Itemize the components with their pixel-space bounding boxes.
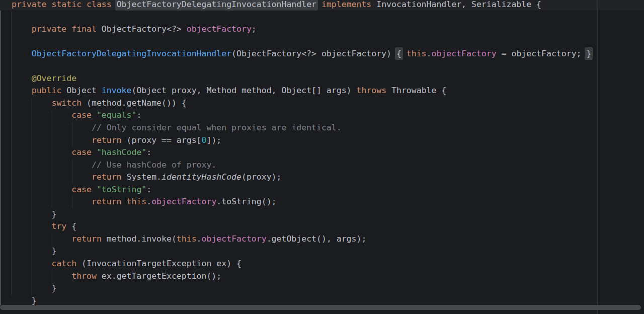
code-editor[interactable]: private static class ObjectFactoryDelega… — [0, 0, 644, 314]
code-line: private final ObjectFactory<?> objectFac… — [12, 23, 591, 36]
code-line: ObjectFactoryDelegatingInvocationHandler… — [12, 48, 591, 60]
highlighted-token: { — [396, 49, 401, 58]
right-margin-guide — [597, 0, 598, 314]
highlighted-token: ObjectFactoryDelegatingInvocationHandler — [117, 0, 316, 9]
code-line — [12, 35, 591, 48]
scrollbar-thumb[interactable] — [0, 305, 641, 310]
code-line: throw ex.getTargetException(); — [12, 270, 591, 283]
code-line: switch (method.getName()) { — [12, 97, 591, 110]
code-area: private static class ObjectFactoryDelega… — [12, 0, 591, 307]
code-line: case "toString": — [12, 184, 591, 196]
code-line: } — [12, 245, 591, 258]
code-line: return System.identityHashCode(proxy); — [12, 171, 591, 184]
code-line: return this.objectFactory.toString(); — [12, 196, 591, 208]
code-line — [12, 60, 591, 72]
gutter-edge-strip — [0, 11, 1, 305]
code-line: catch (InvocationTargetException ex) { — [12, 258, 591, 270]
highlighted-token: } — [586, 49, 591, 58]
code-line: } — [12, 208, 591, 221]
code-line: case "hashCode": — [12, 146, 591, 159]
code-line: private static class ObjectFactoryDelega… — [12, 0, 591, 11]
code-line: try { — [12, 220, 591, 233]
code-line: // Use hashCode of proxy. — [12, 159, 591, 172]
code-line: case "equals": — [12, 109, 591, 122]
code-line: // Only consider equal when proxies are … — [12, 122, 591, 134]
code-line: @Override — [12, 72, 591, 85]
code-line: public Object invoke(Object proxy, Metho… — [12, 85, 591, 97]
code-line: return (proxy == args[0]); — [12, 134, 591, 147]
code-line: return method.invoke(this.objectFactory.… — [12, 233, 591, 246]
horizontal-scrollbar[interactable] — [0, 304, 644, 311]
code-line — [12, 11, 591, 23]
code-line: } — [12, 282, 591, 295]
